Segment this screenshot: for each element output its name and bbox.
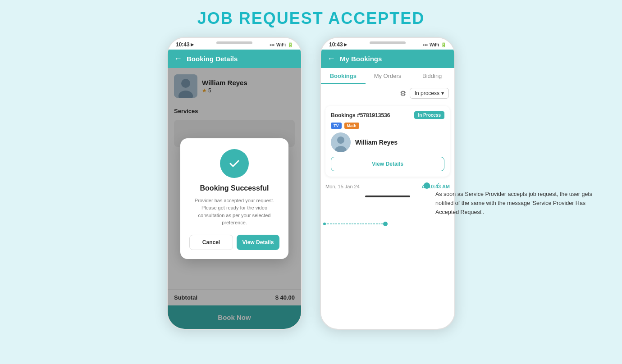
wifi-icon: WiFi (276, 42, 286, 47)
phone-1: 10:43 ▶ ▪▪▪ WiFi 🔋 ← Booking Details (167, 37, 302, 330)
checkmark-icon: ✓ (435, 181, 440, 188)
battery-icon: 🔋 (288, 42, 293, 47)
status-bar-2: 10:43 ▶ ▪▪▪ WiFi 🔋 (321, 38, 454, 50)
status-icons-2: ▪▪▪ WiFi 🔋 (423, 42, 446, 47)
filter-icon[interactable]: ⚙ (400, 89, 406, 98)
tab-bookings[interactable]: Bookings (321, 68, 366, 84)
provider-name: William Reyes (355, 139, 398, 146)
modal-title: Booking Successful (189, 184, 279, 192)
modal-buttons: Cancel View Details (189, 235, 279, 250)
phone1-header: ← Booking Details (168, 50, 301, 68)
cancel-button[interactable]: Cancel (189, 235, 233, 250)
wifi-icon-2: WiFi (430, 42, 439, 47)
annotation-text: As soon as Service Provider accepts job … (435, 190, 604, 217)
badge-tv: TV (331, 123, 342, 129)
view-details-button[interactable]: View Details (331, 157, 444, 171)
booking-success-modal: Booking Successful Provider has accepted… (180, 138, 288, 259)
time-1: 10:43 ▶ (176, 41, 194, 48)
annotation-container: ✓ As soon as Service Provider accepts jo… (424, 181, 604, 217)
phone2-header: ← My Bookings (321, 50, 454, 68)
page-title: JOB REQUEST ACCEPTED (197, 9, 425, 28)
booking-number: Bookings #5781913536 (331, 112, 390, 118)
signal-icon-2: ▪▪▪ (423, 42, 428, 47)
chevron-down-icon: ▾ (441, 90, 444, 96)
battery-icon-2: 🔋 (441, 42, 446, 47)
tab-my-orders[interactable]: My Orders (366, 68, 410, 84)
provider-avatar (331, 132, 351, 152)
status-icons-1: ▪▪▪ WiFi 🔋 (270, 42, 293, 47)
svg-point-4 (337, 136, 344, 144)
filter-row: ⚙ In process ▾ (321, 84, 454, 102)
success-check-circle (220, 149, 249, 178)
header-title-1: Booking Details (187, 55, 238, 63)
view-details-button-modal[interactable]: View Details (237, 235, 279, 250)
back-button-1[interactable]: ← (174, 54, 182, 64)
home-bar-line (365, 196, 410, 197)
booking-card: Bookings #5781913536 In Process TV Math … (325, 106, 450, 177)
booking-card-header: Bookings #5781913536 In Process (331, 111, 444, 119)
back-button-2[interactable]: ← (327, 54, 335, 64)
header-title-2: My Bookings (340, 55, 382, 63)
modal-overlay: Booking Successful Provider has accepted… (168, 68, 301, 329)
status-bar-1: 10:43 ▶ ▪▪▪ WiFi 🔋 (168, 38, 301, 50)
annotation-dot (424, 182, 430, 189)
signal-icon: ▪▪▪ (270, 42, 274, 47)
phones-container: 10:43 ▶ ▪▪▪ WiFi 🔋 ← Booking Details (0, 37, 622, 330)
booking-date: Mon, 15 Jan 24 (325, 184, 360, 189)
tabs-bar: Bookings My Orders Bidding (321, 68, 454, 84)
badge-row: TV Math (331, 123, 444, 129)
status-badge: In Process (414, 111, 444, 119)
notch-2 (370, 41, 406, 44)
badge-math: Math (344, 123, 359, 129)
provider-row: William Reyes (331, 132, 444, 152)
filter-dropdown[interactable]: In process ▾ (410, 88, 449, 99)
modal-description: Provider has accepted your request. Plea… (189, 197, 279, 227)
booking-details-content: William Reyes ★ 5 Services Subtotal $ 40… (168, 68, 301, 329)
time-2: 10:43 ▶ (329, 41, 347, 48)
notch-1 (216, 41, 252, 44)
tab-bidding[interactable]: Bidding (410, 68, 454, 84)
